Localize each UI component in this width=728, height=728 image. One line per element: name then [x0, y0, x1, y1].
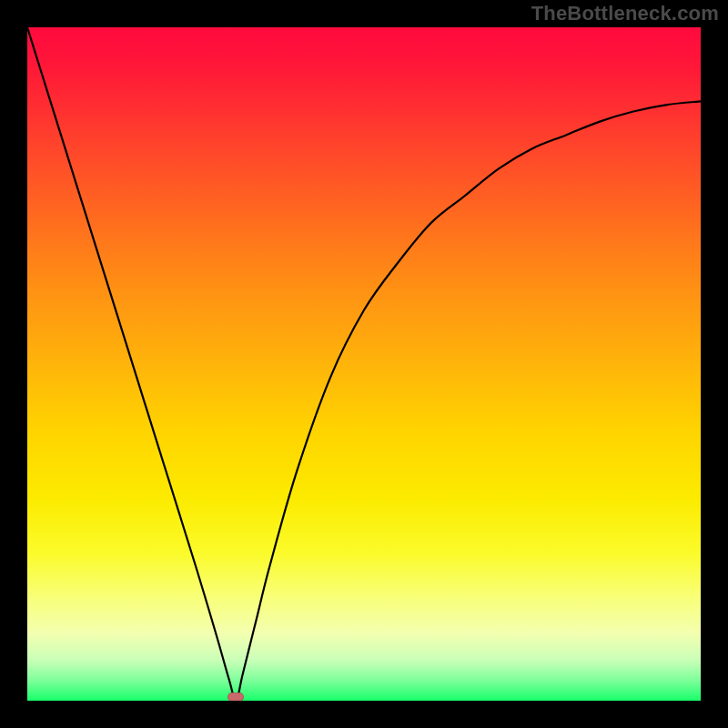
- bottleneck-curve: [27, 27, 701, 701]
- plot-area: [27, 27, 701, 701]
- chart-frame: TheBottleneck.com: [0, 0, 728, 728]
- curve-path: [27, 27, 701, 701]
- watermark-text: TheBottleneck.com: [531, 2, 719, 25]
- minimum-marker: [228, 693, 244, 701]
